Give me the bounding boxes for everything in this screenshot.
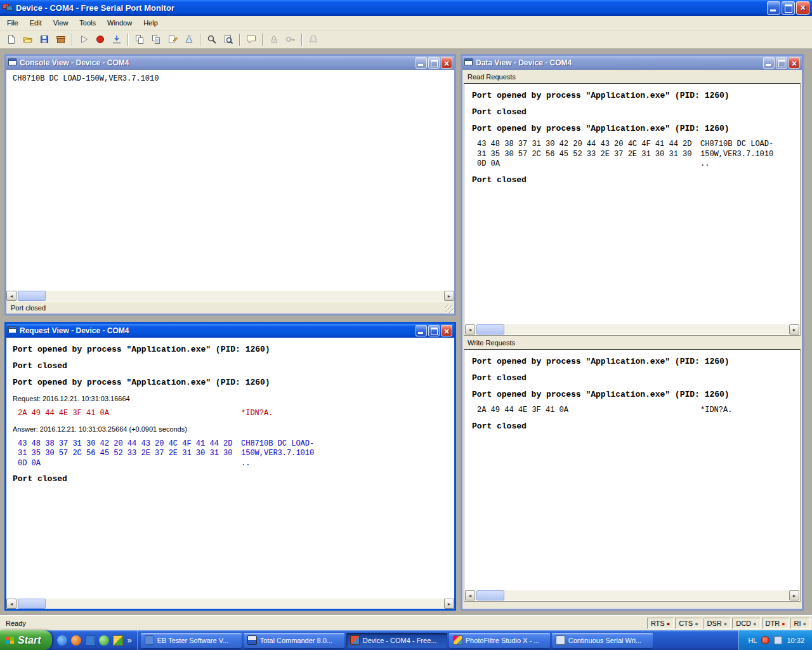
scrollbar-track[interactable] xyxy=(475,324,789,335)
dtr-indicator-icon xyxy=(782,620,785,627)
open-icon[interactable] xyxy=(20,32,36,48)
request-view-title: Request View - Device - COM4 xyxy=(20,326,129,335)
copy-icon[interactable] xyxy=(131,32,148,48)
scroll-left-button[interactable] xyxy=(6,291,16,301)
find-icon[interactable] xyxy=(204,32,220,48)
quick-launch-overflow-icon[interactable] xyxy=(127,635,131,645)
export-icon[interactable] xyxy=(53,32,69,48)
app-shortcut-icon[interactable] xyxy=(85,635,95,646)
tray-app-icon[interactable] xyxy=(774,636,782,644)
close-button[interactable] xyxy=(796,1,809,15)
maximize-button[interactable] xyxy=(776,57,787,69)
close-button[interactable] xyxy=(789,57,800,69)
scroll-right-button[interactable] xyxy=(444,291,454,301)
data-view-titlebar[interactable]: Data View - Device - COM4 xyxy=(462,56,802,70)
close-button[interactable] xyxy=(441,57,452,69)
taskbar-button-photofiltre[interactable]: PhotoFiltre Studio X - ... xyxy=(449,633,550,648)
hex-line: 43 48 38 37 31 30 42 20 44 43 20 4C 4F 4… xyxy=(13,439,448,449)
scrollbar-thumb[interactable] xyxy=(18,599,46,609)
menu-view[interactable]: View xyxy=(48,17,74,29)
taskbar-button-eb-tester[interactable]: EB Tester Software V... xyxy=(141,633,242,648)
scrollbar-thumb[interactable] xyxy=(476,324,504,335)
request-view-titlebar[interactable]: Request View - Device - COM4 xyxy=(6,324,454,338)
menubar: File Edit View Tools Window Help xyxy=(0,16,812,30)
scrollbar-track[interactable] xyxy=(475,590,789,600)
taskbar-button-device-com4[interactable]: Device - COM4 - Free... xyxy=(346,633,447,648)
console-view-titlebar[interactable]: Console View - Device - COM4 xyxy=(6,56,454,70)
toolbar-separator xyxy=(239,34,240,46)
menu-help[interactable]: Help xyxy=(138,17,164,29)
resize-grip[interactable] xyxy=(445,305,454,313)
app-titlebar[interactable]: Device - COM4 - Free Serial Port Monitor xyxy=(0,0,812,16)
media-player-icon[interactable] xyxy=(113,635,123,646)
browser-icon[interactable] xyxy=(71,635,81,646)
taskbar-button-serial-writer[interactable]: Continuous Serial Wri... xyxy=(552,633,653,648)
new-icon[interactable] xyxy=(3,32,20,48)
restart-icon[interactable] xyxy=(108,32,125,48)
windows-logo-icon xyxy=(6,637,14,644)
read-requests-pane[interactable]: Port opened by process "Application.exe"… xyxy=(464,83,801,336)
hex-line: 0D 0A.. xyxy=(472,159,792,169)
ri-indicator-icon xyxy=(803,620,806,627)
start-icon[interactable] xyxy=(75,32,92,48)
scroll-left-button[interactable] xyxy=(465,324,475,335)
signal-ri: RI xyxy=(790,618,810,629)
horizontal-scrollbar[interactable] xyxy=(6,291,454,301)
save-icon[interactable] xyxy=(36,32,53,48)
signal-rts: RTS xyxy=(647,618,674,629)
app-statusbar: Ready RTS CTS DSR DCD DTR RI xyxy=(0,615,812,630)
maximize-button[interactable] xyxy=(428,325,440,336)
log-line: Port opened by process "Application.exe"… xyxy=(472,354,792,370)
request-log[interactable]: Port opened by process "Application.exe"… xyxy=(6,338,454,599)
write-requests-label: Write Requests xyxy=(468,339,515,347)
scrollbar-thumb[interactable] xyxy=(18,291,46,301)
menu-tools[interactable]: Tools xyxy=(74,17,102,29)
minimize-button[interactable] xyxy=(416,57,427,69)
total-commander-icon xyxy=(247,635,257,645)
comment-icon[interactable] xyxy=(243,32,259,48)
serial-monitor-icon xyxy=(350,635,360,645)
minimize-button[interactable] xyxy=(416,325,427,336)
minimize-button[interactable] xyxy=(763,57,775,69)
messenger-icon[interactable] xyxy=(99,635,109,646)
taskbar-button-total-commander[interactable]: Total Commander 8.0... xyxy=(244,633,344,648)
menu-window[interactable]: Window xyxy=(102,17,138,29)
minimize-button[interactable] xyxy=(767,1,780,15)
close-button[interactable] xyxy=(441,325,452,336)
taskbar-tasks: EB Tester Software V... Total Commander … xyxy=(138,633,739,648)
zoom-document-icon[interactable] xyxy=(220,32,237,48)
stop-icon[interactable] xyxy=(92,32,108,48)
scroll-right-button[interactable] xyxy=(789,590,799,600)
scrollbar-track[interactable] xyxy=(16,599,444,609)
scroll-right-button[interactable] xyxy=(789,324,799,335)
internet-explorer-icon[interactable] xyxy=(57,635,67,646)
console-output-text: CH8710B DC LOAD-150W,VER3.7.1010 xyxy=(13,74,448,84)
console-output-pane[interactable]: CH8710B DC LOAD-150W,VER3.7.1010 xyxy=(6,70,454,291)
horizontal-scrollbar[interactable] xyxy=(465,590,799,600)
write-requests-pane[interactable]: Port opened by process "Application.exe"… xyxy=(464,349,801,602)
menu-file[interactable]: File xyxy=(1,17,24,29)
language-indicator[interactable]: HL xyxy=(748,637,757,644)
maximize-button[interactable] xyxy=(428,57,440,69)
answer-timestamp: Answer: 2016.12.21. 10:31:03.25664 (+0.0… xyxy=(13,421,448,437)
read-requests-label: Read Requests xyxy=(468,73,516,81)
tray-status-icon[interactable] xyxy=(761,636,769,644)
edit-icon[interactable] xyxy=(164,32,181,48)
scroll-right-button[interactable] xyxy=(444,599,454,609)
scrollbar-track[interactable] xyxy=(16,291,444,301)
menu-edit[interactable]: Edit xyxy=(24,17,48,29)
clock[interactable]: 10:32 xyxy=(787,637,804,644)
horizontal-scrollbar[interactable] xyxy=(465,324,799,335)
restore-button[interactable] xyxy=(782,1,795,15)
scrollbar-thumb[interactable] xyxy=(476,590,504,600)
key-icon xyxy=(282,32,299,48)
scroll-left-button[interactable] xyxy=(465,590,475,600)
scroll-left-button[interactable] xyxy=(6,599,16,609)
horizontal-scrollbar[interactable] xyxy=(6,599,454,609)
start-button[interactable]: Start xyxy=(0,630,52,650)
status-ready: Ready xyxy=(2,618,30,628)
filter-icon[interactable] xyxy=(181,32,197,48)
copy-text-icon[interactable] xyxy=(148,32,164,48)
lock-icon xyxy=(266,32,282,48)
serial-writer-icon xyxy=(556,635,565,645)
